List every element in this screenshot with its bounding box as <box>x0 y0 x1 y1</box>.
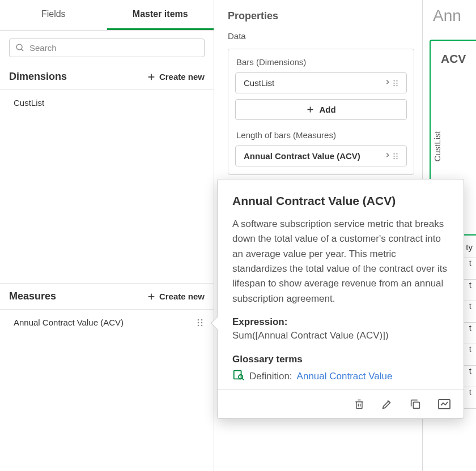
measure-item[interactable]: Annual Contract Value (ACV) <box>0 310 214 335</box>
tabs: Fields Master items <box>0 0 214 31</box>
svg-point-14 <box>393 82 394 83</box>
plus-icon <box>306 105 314 114</box>
drag-handle-icon[interactable] <box>393 152 401 161</box>
svg-point-16 <box>393 85 394 86</box>
duplicate-icon[interactable] <box>409 398 422 410</box>
chevron-right-icon <box>385 78 390 88</box>
bars-dimension-pill[interactable]: CustList <box>235 72 407 93</box>
svg-point-6 <box>198 319 199 320</box>
search-icon <box>15 43 25 53</box>
plus-icon <box>147 72 156 82</box>
measures-header: Measures Create new <box>0 284 214 310</box>
svg-point-10 <box>198 324 199 326</box>
tab-master-items[interactable]: Master items <box>107 0 214 30</box>
definition-label: Definition: <box>249 371 292 382</box>
chart-acv-label: ACV <box>441 52 466 66</box>
expression-value: Sum([Annual Contract Value (ACV)]) <box>232 330 449 341</box>
svg-point-9 <box>201 322 203 323</box>
create-dimension-button[interactable]: Create new <box>147 72 205 82</box>
delete-icon[interactable] <box>354 398 365 410</box>
create-measure-button[interactable]: Create new <box>147 292 205 301</box>
svg-point-20 <box>393 153 394 154</box>
svg-point-11 <box>201 324 203 326</box>
data-section-label[interactable]: Data <box>214 31 422 49</box>
svg-point-25 <box>396 158 397 159</box>
svg-point-7 <box>201 319 203 320</box>
measure-details-popover: Annual Contract Value (ACV) A software s… <box>217 179 464 419</box>
dimensions-header: Dimensions Create new <box>0 64 214 90</box>
expression-label: Expression: <box>232 316 449 328</box>
svg-point-21 <box>396 153 397 154</box>
popover-footer <box>218 389 464 418</box>
drag-handle-icon[interactable] <box>197 318 205 327</box>
chart-title-partial: Ann <box>433 7 461 25</box>
edit-icon[interactable] <box>381 398 393 410</box>
svg-line-28 <box>242 378 244 380</box>
measures-title: Measures <box>9 290 56 302</box>
assets-panel: Fields Master items Search Dimensions Cr… <box>0 0 214 471</box>
svg-point-22 <box>393 155 394 156</box>
svg-rect-31 <box>413 402 419 408</box>
measure-pill[interactable]: Annual Contract Value (ACV) <box>235 145 407 166</box>
glossary-icon <box>232 369 245 384</box>
svg-point-8 <box>198 322 199 323</box>
bars-card: Bars (Dimensions) CustList Add Length of… <box>228 49 414 175</box>
dimension-item[interactable]: CustList <box>0 90 214 115</box>
drag-handle-icon[interactable] <box>393 79 401 88</box>
svg-point-15 <box>396 82 397 83</box>
chevron-right-icon <box>385 151 390 161</box>
chart-yaxis-label: CustList <box>432 131 442 162</box>
search-placeholder: Search <box>29 43 57 53</box>
glossary-link[interactable]: Annual Contract Value <box>297 371 393 382</box>
svg-point-0 <box>16 44 22 50</box>
length-of-bars-label: Length of bars (Measures) <box>235 130 407 140</box>
dimensions-title: Dimensions <box>9 71 67 83</box>
svg-point-24 <box>393 158 394 159</box>
bars-dimensions-label: Bars (Dimensions) <box>235 57 407 67</box>
tab-fields[interactable]: Fields <box>0 0 107 30</box>
svg-point-23 <box>396 155 397 156</box>
add-dimension-button[interactable]: Add <box>235 99 407 120</box>
glossary-terms-title: Glossary terms <box>232 354 449 365</box>
svg-point-17 <box>396 85 397 86</box>
svg-line-1 <box>22 49 24 52</box>
properties-title: Properties <box>214 0 422 31</box>
plus-icon <box>147 292 156 301</box>
search-input[interactable]: Search <box>9 38 205 57</box>
popover-title: Annual Contract Value (ACV) <box>232 194 449 208</box>
svg-point-13 <box>396 80 397 81</box>
svg-point-12 <box>393 80 394 81</box>
popover-description: A software subscription service metric t… <box>232 217 449 306</box>
chart-icon[interactable] <box>437 398 451 410</box>
